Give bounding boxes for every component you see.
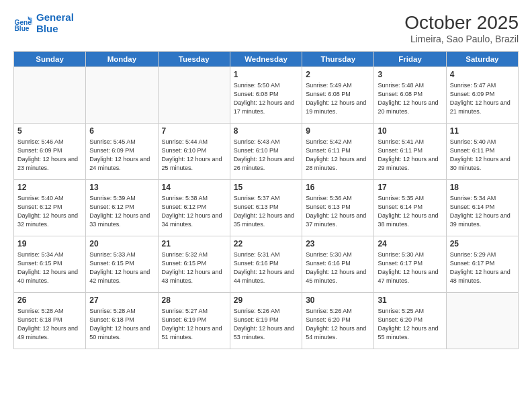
- cell-info: Sunrise: 5:26 AMSunset: 6:20 PMDaylight:…: [306, 307, 370, 342]
- day-number: 26: [17, 295, 82, 305]
- day-number: 2: [306, 70, 370, 79]
- day-number: 28: [162, 295, 226, 305]
- cell-info: Sunrise: 5:30 AMSunset: 6:17 PMDaylight:…: [378, 250, 442, 285]
- calendar-cell: 6Sunrise: 5:45 AMSunset: 6:09 PMDaylight…: [86, 124, 158, 180]
- day-header-tuesday: Tuesday: [158, 52, 230, 67]
- calendar-cell: 2Sunrise: 5:49 AMSunset: 6:08 PMDaylight…: [302, 67, 374, 124]
- location-subtitle: Limeira, Sao Paulo, Brazil: [404, 34, 519, 44]
- calendar: SundayMondayTuesdayWednesdayThursdayFrid…: [13, 51, 519, 349]
- day-number: 22: [234, 239, 298, 248]
- calendar-cell: 28Sunrise: 5:27 AMSunset: 6:19 PMDayligh…: [158, 293, 230, 349]
- cell-info: Sunrise: 5:49 AMSunset: 6:08 PMDaylight:…: [306, 81, 370, 116]
- calendar-cell: 12Sunrise: 5:40 AMSunset: 6:12 PMDayligh…: [14, 180, 86, 236]
- day-number: 4: [450, 70, 515, 79]
- page: General Blue General Blue October 2025 L…: [0, 0, 532, 411]
- cell-info: Sunrise: 5:30 AMSunset: 6:16 PMDaylight:…: [306, 250, 370, 285]
- cell-info: Sunrise: 5:28 AMSunset: 6:18 PMDaylight:…: [89, 307, 154, 342]
- calendar-cell: 8Sunrise: 5:43 AMSunset: 6:10 PMDaylight…: [230, 124, 302, 180]
- day-number: 20: [89, 239, 154, 248]
- calendar-cell: [14, 67, 86, 124]
- calendar-cell: 20Sunrise: 5:33 AMSunset: 6:15 PMDayligh…: [86, 236, 158, 293]
- calendar-cell: 5Sunrise: 5:46 AMSunset: 6:09 PMDaylight…: [14, 124, 86, 180]
- calendar-cell: 7Sunrise: 5:44 AMSunset: 6:10 PMDaylight…: [158, 124, 230, 180]
- day-number: 17: [378, 183, 442, 192]
- day-number: 7: [162, 126, 226, 136]
- week-row-3: 12Sunrise: 5:40 AMSunset: 6:12 PMDayligh…: [14, 180, 519, 236]
- cell-info: Sunrise: 5:32 AMSunset: 6:15 PMDaylight:…: [162, 250, 226, 285]
- cell-info: Sunrise: 5:47 AMSunset: 6:09 PMDaylight:…: [450, 81, 515, 116]
- day-number: 25: [450, 239, 515, 248]
- day-header-sunday: Sunday: [14, 52, 86, 67]
- cell-info: Sunrise: 5:36 AMSunset: 6:13 PMDaylight:…: [306, 194, 370, 229]
- cell-info: Sunrise: 5:26 AMSunset: 6:19 PMDaylight:…: [234, 307, 298, 342]
- week-row-5: 26Sunrise: 5:28 AMSunset: 6:18 PMDayligh…: [14, 293, 519, 349]
- day-number: 3: [378, 70, 442, 79]
- day-number: 5: [17, 126, 82, 136]
- cell-info: Sunrise: 5:25 AMSunset: 6:20 PMDaylight:…: [378, 307, 442, 342]
- day-number: 18: [450, 183, 515, 192]
- cell-info: Sunrise: 5:37 AMSunset: 6:13 PMDaylight:…: [234, 194, 298, 229]
- day-header-saturday: Saturday: [446, 52, 518, 67]
- calendar-cell: 18Sunrise: 5:34 AMSunset: 6:14 PMDayligh…: [446, 180, 518, 236]
- calendar-cell: 16Sunrise: 5:36 AMSunset: 6:13 PMDayligh…: [302, 180, 374, 236]
- cell-info: Sunrise: 5:38 AMSunset: 6:12 PMDaylight:…: [162, 194, 226, 229]
- cell-info: Sunrise: 5:31 AMSunset: 6:16 PMDaylight:…: [234, 250, 298, 285]
- calendar-cell: 27Sunrise: 5:28 AMSunset: 6:18 PMDayligh…: [86, 293, 158, 349]
- day-number: 24: [378, 239, 442, 248]
- calendar-cell: 14Sunrise: 5:38 AMSunset: 6:12 PMDayligh…: [158, 180, 230, 236]
- day-number: 11: [450, 126, 515, 136]
- calendar-cell: 23Sunrise: 5:30 AMSunset: 6:16 PMDayligh…: [302, 236, 374, 293]
- day-number: 6: [89, 126, 154, 136]
- week-row-4: 19Sunrise: 5:34 AMSunset: 6:15 PMDayligh…: [14, 236, 519, 293]
- calendar-cell: 17Sunrise: 5:35 AMSunset: 6:14 PMDayligh…: [374, 180, 446, 236]
- calendar-cell: 26Sunrise: 5:28 AMSunset: 6:18 PMDayligh…: [14, 293, 86, 349]
- calendar-cell: 25Sunrise: 5:29 AMSunset: 6:17 PMDayligh…: [446, 236, 518, 293]
- day-number: 16: [306, 183, 370, 192]
- day-number: 1: [234, 70, 298, 79]
- day-number: 13: [89, 183, 154, 192]
- day-header-wednesday: Wednesday: [230, 52, 302, 67]
- calendar-cell: 13Sunrise: 5:39 AMSunset: 6:12 PMDayligh…: [86, 180, 158, 236]
- calendar-cell: [158, 67, 230, 124]
- logo-icon: General Blue: [13, 14, 32, 33]
- day-number: 9: [306, 126, 370, 136]
- cell-info: Sunrise: 5:39 AMSunset: 6:12 PMDaylight:…: [89, 194, 154, 229]
- cell-info: Sunrise: 5:40 AMSunset: 6:12 PMDaylight:…: [17, 194, 82, 229]
- day-number: 29: [234, 295, 298, 305]
- calendar-cell: 3Sunrise: 5:48 AMSunset: 6:08 PMDaylight…: [374, 67, 446, 124]
- calendar-cell: 11Sunrise: 5:40 AMSunset: 6:11 PMDayligh…: [446, 124, 518, 180]
- cell-info: Sunrise: 5:34 AMSunset: 6:15 PMDaylight:…: [17, 250, 82, 285]
- week-row-2: 5Sunrise: 5:46 AMSunset: 6:09 PMDaylight…: [14, 124, 519, 180]
- calendar-cell: 15Sunrise: 5:37 AMSunset: 6:13 PMDayligh…: [230, 180, 302, 236]
- cell-info: Sunrise: 5:34 AMSunset: 6:14 PMDaylight:…: [450, 194, 515, 229]
- cell-info: Sunrise: 5:48 AMSunset: 6:08 PMDaylight:…: [378, 81, 442, 116]
- cell-info: Sunrise: 5:33 AMSunset: 6:15 PMDaylight:…: [89, 250, 154, 285]
- day-number: 10: [378, 126, 442, 136]
- day-number: 30: [306, 295, 370, 305]
- day-number: 15: [234, 183, 298, 192]
- calendar-cell: 24Sunrise: 5:30 AMSunset: 6:17 PMDayligh…: [374, 236, 446, 293]
- header: General Blue General Blue October 2025 L…: [13, 12, 519, 44]
- cell-info: Sunrise: 5:27 AMSunset: 6:19 PMDaylight:…: [162, 307, 226, 342]
- calendar-cell: 31Sunrise: 5:25 AMSunset: 6:20 PMDayligh…: [374, 293, 446, 349]
- header-row: SundayMondayTuesdayWednesdayThursdayFrid…: [14, 52, 519, 67]
- calendar-cell: 1Sunrise: 5:50 AMSunset: 6:08 PMDaylight…: [230, 67, 302, 124]
- week-row-1: 1Sunrise: 5:50 AMSunset: 6:08 PMDaylight…: [14, 67, 519, 124]
- cell-info: Sunrise: 5:44 AMSunset: 6:10 PMDaylight:…: [162, 138, 226, 173]
- calendar-cell: 4Sunrise: 5:47 AMSunset: 6:09 PMDaylight…: [446, 67, 518, 124]
- calendar-cell: 29Sunrise: 5:26 AMSunset: 6:19 PMDayligh…: [230, 293, 302, 349]
- day-number: 27: [89, 295, 154, 305]
- cell-info: Sunrise: 5:42 AMSunset: 6:11 PMDaylight:…: [306, 138, 370, 173]
- day-header-friday: Friday: [374, 52, 446, 67]
- day-number: 12: [17, 183, 82, 192]
- cell-info: Sunrise: 5:45 AMSunset: 6:09 PMDaylight:…: [89, 138, 154, 173]
- cell-info: Sunrise: 5:35 AMSunset: 6:14 PMDaylight:…: [378, 194, 442, 229]
- logo-text: General Blue: [36, 12, 74, 34]
- cell-info: Sunrise: 5:29 AMSunset: 6:17 PMDaylight:…: [450, 250, 515, 285]
- day-number: 31: [378, 295, 442, 305]
- calendar-cell: 10Sunrise: 5:41 AMSunset: 6:11 PMDayligh…: [374, 124, 446, 180]
- month-title: October 2025: [404, 12, 519, 34]
- calendar-cell: [446, 293, 518, 349]
- day-header-thursday: Thursday: [302, 52, 374, 67]
- calendar-cell: 30Sunrise: 5:26 AMSunset: 6:20 PMDayligh…: [302, 293, 374, 349]
